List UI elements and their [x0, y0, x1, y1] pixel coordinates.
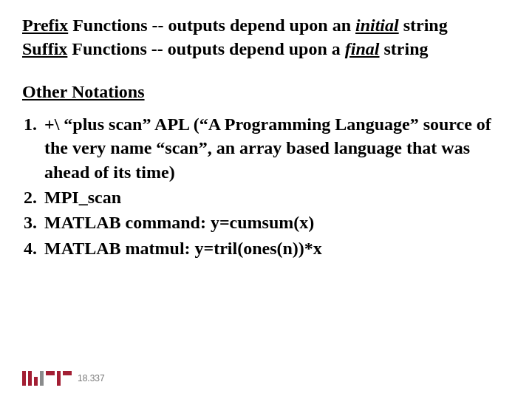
section-heading: Other Notations [22, 82, 510, 102]
notation-list: +\ “plus scan” APL (“A Programming Langu… [22, 112, 510, 260]
prefix-sep: -- outputs depend upon an [148, 16, 355, 35]
list-item: MPI_scan [41, 185, 510, 209]
prefix-definition: Prefix Functions -- outputs depend upon … [22, 13, 510, 37]
suffix-functions: Functions [67, 39, 146, 58]
prefix-emph: initial [355, 16, 399, 35]
list-item: MATLAB command: y=cumsum(x) [41, 211, 510, 234]
suffix-emph: final [345, 39, 380, 58]
mit-logo-icon [22, 371, 72, 386]
prefix-term: Prefix [22, 16, 68, 35]
suffix-definition: Suffix Functions -- outputs depend upon … [22, 37, 510, 61]
footer: 18.337 [22, 371, 105, 386]
suffix-tail: string [380, 39, 429, 58]
list-item: +\ “plus scan” APL (“A Programming Langu… [41, 112, 510, 184]
suffix-sep: -- outputs depend upon a [147, 39, 345, 58]
list-item: MATLAB matmul: y=tril(ones(n))*x [41, 236, 510, 260]
prefix-functions: Functions [68, 16, 147, 35]
slide-content: Prefix Functions -- outputs depend upon … [0, 0, 532, 260]
prefix-tail: string [399, 16, 448, 35]
suffix-term: Suffix [22, 39, 67, 58]
course-number: 18.337 [78, 373, 105, 383]
